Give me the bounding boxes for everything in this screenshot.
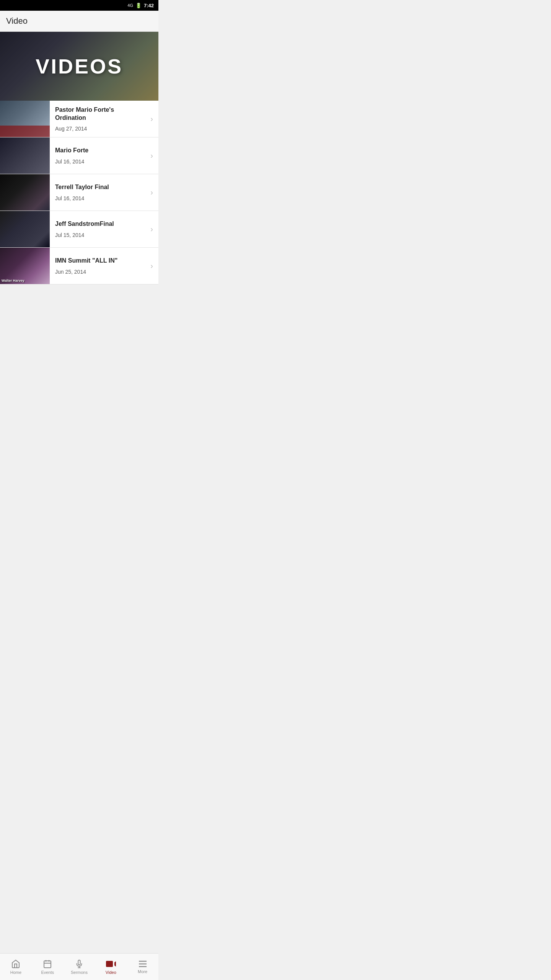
- time-display: 7:42: [144, 3, 154, 8]
- chevron-icon-3: ›: [145, 188, 158, 197]
- video-item-5[interactable]: Walter Harvey IMN Summit "ALL IN" Jun 25…: [0, 248, 158, 284]
- app-header: Video: [0, 11, 158, 32]
- chevron-icon-1: ›: [145, 114, 158, 123]
- video-list: Pastor Mario Forte's Ordination Aug 27, …: [0, 101, 158, 284]
- video-thumbnail-2: [0, 137, 50, 174]
- video-thumbnail-4: [0, 211, 50, 247]
- video-date-4: Jul 15, 2014: [55, 232, 142, 238]
- video-item-1[interactable]: Pastor Mario Forte's Ordination Aug 27, …: [0, 101, 158, 137]
- video-date-5: Jun 25, 2014: [55, 269, 142, 275]
- video-item-3[interactable]: Terrell Taylor Final Jul 16, 2014 ›: [0, 174, 158, 211]
- video-thumbnail-5: Walter Harvey: [0, 248, 50, 284]
- video-date-2: Jul 16, 2014: [55, 158, 142, 165]
- video-title-2: Mario Forte: [55, 147, 142, 155]
- video-item-4[interactable]: Jeff SandstromFinal Jul 15, 2014 ›: [0, 211, 158, 248]
- video-title-4: Jeff SandstromFinal: [55, 220, 142, 228]
- video-date-3: Jul 16, 2014: [55, 195, 142, 201]
- chevron-icon-4: ›: [145, 225, 158, 234]
- status-bar: 4G 🔋 7:42: [0, 0, 158, 11]
- video-info-1: Pastor Mario Forte's Ordination Aug 27, …: [50, 101, 145, 137]
- signal-icon: 4G: [127, 3, 133, 8]
- video-info-2: Mario Forte Jul 16, 2014: [50, 142, 145, 169]
- chevron-icon-2: ›: [145, 151, 158, 160]
- video-title-1: Pastor Mario Forte's Ordination: [55, 106, 142, 122]
- hero-title: VIDEOS: [36, 54, 123, 78]
- video-info-4: Jeff SandstromFinal Jul 15, 2014: [50, 216, 145, 243]
- page-title: Video: [6, 16, 28, 26]
- content-area: VIDEOS Pastor Mario Forte's Ordination A…: [0, 32, 158, 311]
- video-info-3: Terrell Taylor Final Jul 16, 2014: [50, 179, 145, 206]
- hero-banner: VIDEOS: [0, 32, 158, 101]
- video-thumbnail-1: [0, 101, 50, 137]
- thumb-label-5: Walter Harvey: [2, 279, 24, 283]
- video-title-3: Terrell Taylor Final: [55, 183, 142, 191]
- battery-icon: 🔋: [135, 3, 142, 8]
- video-info-5: IMN Summit "ALL IN" Jun 25, 2014: [50, 252, 145, 279]
- video-date-1: Aug 27, 2014: [55, 126, 142, 132]
- video-title-5: IMN Summit "ALL IN": [55, 257, 142, 265]
- video-item-2[interactable]: Mario Forte Jul 16, 2014 ›: [0, 137, 158, 174]
- chevron-icon-5: ›: [145, 261, 158, 270]
- video-thumbnail-3: [0, 174, 50, 211]
